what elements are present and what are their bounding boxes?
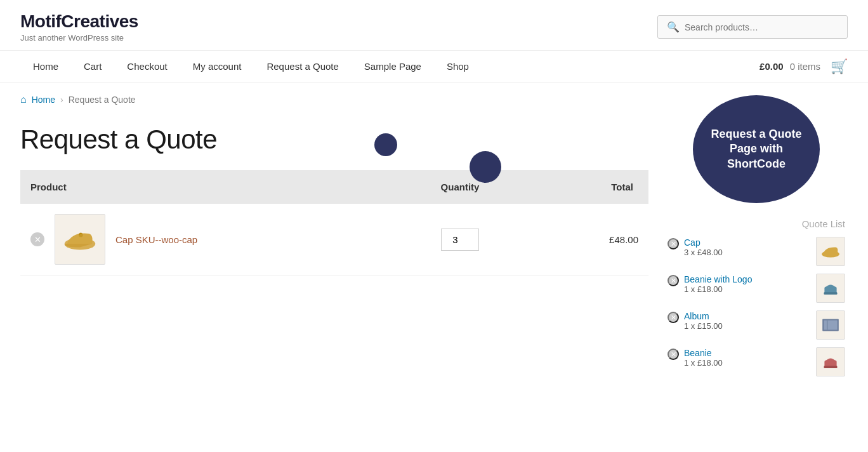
quote-item-meta: 1 x £15.00 bbox=[684, 321, 811, 331]
quote-item-meta: 1 x £18.00 bbox=[684, 358, 811, 368]
cap-image bbox=[63, 227, 97, 252]
product-thumbnail bbox=[55, 214, 105, 265]
remove-product-button[interactable]: ✕ bbox=[30, 232, 44, 246]
nav-link-sample-page[interactable]: Sample Page bbox=[352, 51, 434, 82]
col-header-quantity: Quantity bbox=[397, 170, 523, 204]
site-branding: MotifCreatives Just another WordPress si… bbox=[20, 11, 138, 43]
quote-item-meta: 1 x £18.00 bbox=[684, 284, 811, 294]
sidebar: Request a Quote Page with ShortCode Quot… bbox=[667, 83, 845, 384]
quote-item-thumb-beanie bbox=[816, 274, 845, 303]
nav-item-myaccount[interactable]: My account bbox=[180, 51, 254, 82]
svg-rect-4 bbox=[824, 292, 837, 295]
table-head: Product Quantity Total bbox=[20, 170, 648, 204]
nav-item-home[interactable]: Home bbox=[20, 51, 71, 82]
nav-link-shop[interactable]: Shop bbox=[434, 51, 482, 82]
list-item: ✕ Beanie with Logo 1 x £18.00 bbox=[667, 274, 845, 303]
site-header: MotifCreatives Just another WordPress si… bbox=[0, 0, 868, 51]
main-wrapper: ⌂ Home › Request a Quote Request a Quote… bbox=[0, 83, 868, 384]
svg-rect-6 bbox=[824, 321, 837, 330]
breadcrumb-home-link[interactable]: Home bbox=[32, 95, 55, 105]
nav-link-request-quote[interactable]: Request a Quote bbox=[254, 51, 351, 82]
remove-beanie-button[interactable]: ✕ bbox=[667, 349, 679, 360]
table-body: ✕ bbox=[20, 204, 648, 276]
list-item: ✕ Album 1 x £15.00 bbox=[667, 310, 845, 340]
quote-table: Product Quantity Total ✕ bbox=[20, 170, 648, 276]
nav-item-checkout[interactable]: Checkout bbox=[114, 51, 180, 82]
site-title: MotifCreatives bbox=[20, 11, 138, 32]
quote-item-name[interactable]: Beanie bbox=[684, 348, 712, 358]
quantity-input[interactable] bbox=[441, 229, 479, 251]
col-header-product: Product bbox=[20, 170, 397, 204]
list-item: ✕ Beanie 1 x £18.00 bbox=[667, 347, 845, 376]
cart-count: 0 items bbox=[790, 61, 820, 72]
site-tagline: Just another WordPress site bbox=[20, 33, 138, 43]
remove-cap-button[interactable]: ✕ bbox=[667, 238, 679, 249]
nav-item-sample-page[interactable]: Sample Page bbox=[352, 51, 434, 82]
album-thumb-icon bbox=[820, 317, 841, 333]
quote-item-name[interactable]: Beanie with Logo bbox=[684, 274, 752, 284]
breadcrumb-current: Request a Quote bbox=[69, 95, 136, 105]
quote-item-thumb-album bbox=[816, 310, 845, 340]
cart-total: £0.00 bbox=[760, 61, 784, 72]
total-cell: £48.00 bbox=[523, 204, 648, 276]
nav-item-cart[interactable]: Cart bbox=[71, 51, 114, 82]
quote-item-thumb bbox=[816, 237, 845, 266]
nav-item-request-quote[interactable]: Request a Quote bbox=[254, 51, 351, 82]
search-input[interactable] bbox=[685, 22, 838, 32]
tooltip-balloon: Request a Quote Page with ShortCode bbox=[693, 95, 820, 203]
cart-widget: £0.00 0 items 🛒 bbox=[760, 58, 848, 75]
quantity-cell bbox=[397, 204, 523, 276]
tooltip-text: Request a Quote Page with ShortCode bbox=[706, 127, 807, 171]
remove-beanie-logo-button[interactable]: ✕ bbox=[667, 275, 679, 286]
decorative-circle-2 bbox=[470, 151, 501, 183]
nav-link-home[interactable]: Home bbox=[20, 51, 71, 82]
table-header-row: Product Quantity Total bbox=[20, 170, 648, 204]
quote-item-meta: 3 x £48.00 bbox=[684, 248, 811, 257]
list-item: ✕ Cap 3 x £48.00 bbox=[667, 237, 845, 266]
quote-item-info: Beanie 1 x £18.00 bbox=[684, 347, 811, 368]
decorative-circle-1 bbox=[374, 133, 397, 156]
cart-icon[interactable]: 🛒 bbox=[831, 58, 848, 75]
quote-list-items: ✕ Cap 3 x £48.00 ✕ bbox=[667, 237, 845, 376]
quote-item-info: Album 1 x £15.00 bbox=[684, 310, 811, 331]
quote-item-name[interactable]: Cap bbox=[684, 237, 700, 248]
product-cell: ✕ bbox=[20, 204, 397, 276]
home-icon: ⌂ bbox=[20, 94, 27, 105]
search-icon: 🔍 bbox=[667, 21, 680, 33]
quote-list-title: Quote List bbox=[667, 218, 845, 229]
site-nav: Home Cart Checkout My account Request a … bbox=[0, 51, 868, 83]
table-row: ✕ bbox=[20, 204, 648, 276]
col-header-total: Total bbox=[523, 170, 648, 204]
quote-item-thumb-beanie2 bbox=[816, 347, 845, 376]
beanie2-thumb-icon bbox=[820, 354, 841, 369]
nav-link-myaccount[interactable]: My account bbox=[180, 51, 254, 82]
content-area: ⌂ Home › Request a Quote Request a Quote… bbox=[20, 83, 667, 384]
breadcrumb: ⌂ Home › Request a Quote bbox=[20, 83, 648, 114]
remove-album-button[interactable]: ✕ bbox=[667, 312, 679, 323]
nav-item-shop[interactable]: Shop bbox=[434, 51, 482, 82]
quote-item-info: Beanie with Logo 1 x £18.00 bbox=[684, 274, 811, 294]
nav-items: Home Cart Checkout My account Request a … bbox=[20, 51, 760, 82]
cap-thumb-icon bbox=[820, 244, 841, 259]
quote-item-info: Cap 3 x £48.00 bbox=[684, 237, 811, 257]
beanie-thumb-icon bbox=[820, 281, 841, 296]
breadcrumb-separator: › bbox=[60, 95, 63, 105]
nav-link-checkout[interactable]: Checkout bbox=[114, 51, 180, 82]
page-title: Request a Quote bbox=[20, 124, 648, 155]
quote-item-name[interactable]: Album bbox=[684, 311, 709, 321]
nav-link-cart[interactable]: Cart bbox=[71, 51, 114, 82]
svg-rect-9 bbox=[824, 366, 837, 368]
search-form[interactable]: 🔍 bbox=[657, 15, 848, 39]
product-link[interactable]: Cap SKU--woo-cap bbox=[115, 234, 197, 245]
